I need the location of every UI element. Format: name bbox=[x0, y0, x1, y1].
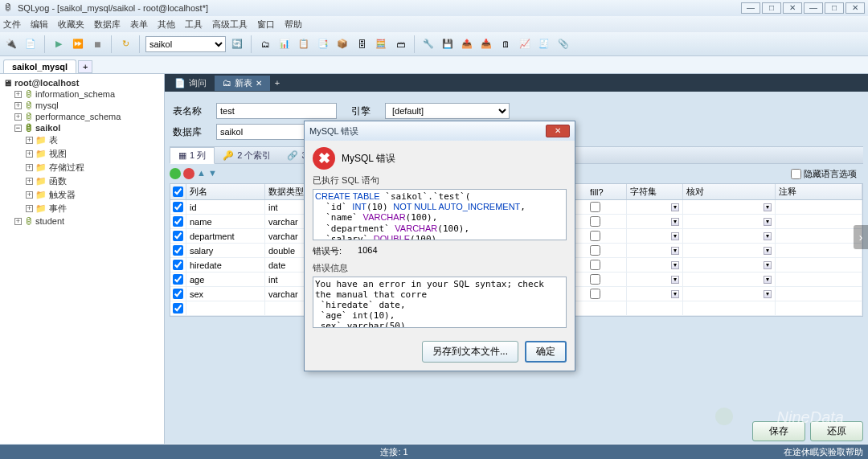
cell-charset[interactable]: ▾ bbox=[627, 244, 683, 257]
row-check[interactable] bbox=[173, 216, 183, 227]
menu-window[interactable]: 窗口 bbox=[257, 18, 275, 31]
tool-icon-1[interactable]: 🗂 bbox=[257, 36, 273, 52]
menu-adv[interactable]: 高级工具 bbox=[212, 18, 248, 31]
cell-collate[interactable]: ▾ bbox=[683, 229, 776, 243]
database-selector[interactable]: saikol bbox=[145, 36, 226, 52]
new-connection-icon[interactable]: 🔌 bbox=[3, 36, 19, 52]
cell-colname[interactable]: name bbox=[186, 215, 265, 228]
header-colname[interactable]: 列名 bbox=[186, 184, 265, 199]
dialog-title-bar[interactable]: MySQL 错误 ✕ bbox=[305, 121, 575, 141]
tool-icon-7[interactable]: 🧮 bbox=[373, 36, 389, 52]
cell-fill[interactable] bbox=[587, 258, 627, 272]
carousel-next-icon[interactable]: › bbox=[854, 225, 868, 249]
header-comment[interactable]: 注释 bbox=[776, 184, 862, 199]
cell-collate[interactable]: ▾ bbox=[683, 287, 776, 301]
close-tab-icon[interactable]: ✕ bbox=[256, 79, 262, 88]
tab-new-table[interactable]: 🗂新表✕ bbox=[215, 76, 270, 91]
cell-comment[interactable] bbox=[776, 229, 862, 243]
tree-db-perf-schema[interactable]: +🛢performance_schema bbox=[3, 111, 161, 122]
close-child-button[interactable]: ✕ bbox=[845, 2, 865, 14]
collapse-icon[interactable]: − bbox=[14, 125, 22, 132]
tree-db-info-schema[interactable]: +🛢information_schema bbox=[3, 88, 161, 100]
new-query-icon[interactable]: 📄 bbox=[23, 36, 39, 52]
cell-comment[interactable] bbox=[776, 215, 862, 228]
add-editor-tab[interactable]: + bbox=[270, 76, 285, 90]
tree-folder-events[interactable]: +📁事件 bbox=[3, 202, 161, 215]
expand-icon[interactable]: + bbox=[26, 205, 33, 212]
cell-charset[interactable]: ▾ bbox=[627, 287, 683, 301]
expand-icon[interactable]: + bbox=[26, 191, 33, 199]
cell-fill[interactable] bbox=[587, 244, 627, 257]
cell-charset[interactable]: ▾ bbox=[627, 273, 683, 286]
cell-comment[interactable] bbox=[776, 258, 862, 272]
menu-edit[interactable]: 编辑 bbox=[31, 18, 48, 31]
cell-colname[interactable]: age bbox=[186, 273, 265, 286]
menu-tools[interactable]: 工具 bbox=[185, 18, 203, 31]
cell-collate[interactable]: ▾ bbox=[683, 273, 776, 286]
tree-root[interactable]: 🖥root@localhost bbox=[3, 77, 161, 88]
tool-icon-9[interactable]: 🔧 bbox=[420, 36, 436, 52]
cell-charset[interactable]: ▾ bbox=[627, 229, 683, 243]
menu-fav[interactable]: 收藏夹 bbox=[58, 18, 84, 31]
header-fill[interactable]: fill? bbox=[587, 184, 627, 199]
tool-icon-13[interactable]: 🗓 bbox=[497, 36, 514, 52]
tree-folder-triggers[interactable]: +📁触发器 bbox=[3, 188, 161, 202]
tool-icon-8[interactable]: 🗃 bbox=[392, 36, 408, 52]
header-collate[interactable]: 核对 bbox=[683, 184, 776, 199]
tool-icon-15[interactable]: 🧾 bbox=[536, 36, 552, 52]
tool-icon-3[interactable]: 📋 bbox=[296, 36, 312, 52]
hide-language-checkbox[interactable]: 隐藏语言选项 bbox=[791, 168, 857, 180]
tool-icon-2[interactable]: 📊 bbox=[276, 36, 293, 52]
tree-folder-procs[interactable]: +📁存储过程 bbox=[3, 161, 161, 174]
cell-comment[interactable] bbox=[776, 273, 862, 286]
minimize-child-button[interactable]: — bbox=[804, 2, 823, 14]
cell-fill[interactable] bbox=[587, 215, 627, 228]
cell-comment[interactable] bbox=[776, 200, 862, 214]
cell-charset[interactable]: ▾ bbox=[627, 200, 683, 214]
dialog-close-icon[interactable]: ✕ bbox=[546, 125, 570, 137]
tool-icon-16[interactable]: 📎 bbox=[555, 36, 571, 52]
cell-charset[interactable]: ▾ bbox=[627, 258, 683, 272]
tree-folder-funcs[interactable]: +📁函数 bbox=[3, 174, 161, 188]
tool-icon-6[interactable]: 🗄 bbox=[354, 36, 370, 52]
maximize-child-button[interactable]: □ bbox=[825, 2, 844, 14]
save-button[interactable]: 保存 bbox=[752, 421, 805, 441]
tab-query[interactable]: 📄询问 bbox=[166, 76, 215, 91]
minimize-button[interactable]: — bbox=[741, 2, 760, 14]
row-check[interactable] bbox=[173, 260, 183, 270]
row-check[interactable] bbox=[173, 274, 183, 285]
tool-icon-14[interactable]: 📈 bbox=[517, 36, 533, 52]
row-check[interactable] bbox=[173, 245, 183, 256]
delete-row-icon[interactable] bbox=[183, 168, 194, 179]
cell-fill[interactable] bbox=[587, 229, 627, 243]
tree-db-saikol[interactable]: −🛢saikol bbox=[3, 122, 161, 133]
expand-icon[interactable]: + bbox=[14, 113, 22, 121]
expand-icon[interactable]: + bbox=[26, 178, 33, 185]
cell-colname[interactable]: hiredate bbox=[186, 258, 265, 272]
maximize-button[interactable]: □ bbox=[762, 2, 781, 14]
menu-file[interactable]: 文件 bbox=[3, 18, 21, 31]
menu-table[interactable]: 表单 bbox=[130, 18, 148, 31]
engine-select[interactable]: [default] bbox=[385, 103, 510, 119]
tool-icon-4[interactable]: 📑 bbox=[315, 36, 331, 52]
cell-charset[interactable]: ▾ bbox=[627, 215, 683, 228]
subtab-columns[interactable]: ▦1 列 bbox=[170, 147, 215, 164]
add-row-icon[interactable] bbox=[170, 168, 181, 179]
tool-icon-11[interactable]: 📤 bbox=[459, 36, 475, 52]
header-check[interactable] bbox=[170, 184, 186, 199]
revert-button[interactable]: 还原 bbox=[810, 421, 863, 441]
run-icon[interactable]: ▶ bbox=[51, 36, 67, 52]
tool-icon-12[interactable]: 📥 bbox=[478, 36, 494, 52]
stop-icon[interactable]: ⏹ bbox=[89, 36, 105, 52]
cell-colname[interactable]: id bbox=[186, 200, 265, 214]
ok-button[interactable]: 确定 bbox=[525, 341, 567, 363]
row-check[interactable] bbox=[173, 289, 183, 299]
cell-colname[interactable]: department bbox=[186, 229, 265, 243]
cell-comment[interactable] bbox=[776, 287, 862, 301]
down-icon[interactable]: ▼ bbox=[208, 168, 217, 179]
run-all-icon[interactable]: ⏩ bbox=[70, 36, 86, 52]
cell-collate[interactable]: ▾ bbox=[683, 244, 776, 257]
executed-sql-text[interactable]: CREATE TABLE `saikol`.`test`( `id` INT(1… bbox=[313, 189, 567, 240]
expand-icon[interactable]: + bbox=[26, 137, 33, 144]
cell-colname[interactable]: sex bbox=[186, 287, 265, 301]
